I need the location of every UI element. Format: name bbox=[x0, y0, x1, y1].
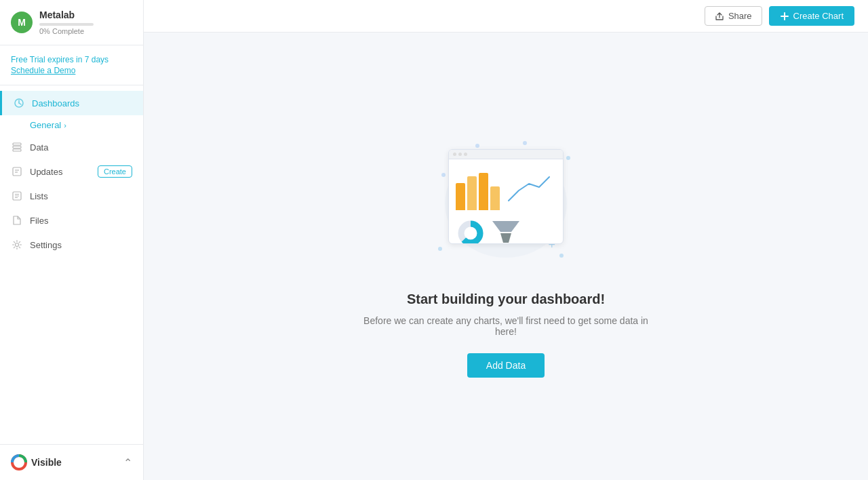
funnel-chart-svg bbox=[491, 218, 521, 244]
bar-chart bbox=[456, 166, 500, 210]
svg-marker-17 bbox=[492, 221, 519, 232]
deco-dot-4 bbox=[566, 156, 570, 160]
sidebar-item-updates[interactable]: Updates Create bbox=[0, 159, 143, 184]
updates-create-button[interactable]: Create bbox=[98, 165, 132, 178]
sidebar-item-dashboards[interactable]: Dashboards bbox=[0, 91, 143, 115]
settings-icon bbox=[11, 239, 23, 251]
dashboard-illustration: + bbox=[428, 136, 584, 271]
sidebar-item-updates-label: Updates bbox=[30, 167, 62, 177]
create-chart-label: Create Chart bbox=[793, 11, 844, 21]
window-dot-1 bbox=[453, 153, 456, 156]
svg-rect-2 bbox=[13, 146, 21, 148]
sidebar-item-general[interactable]: General › bbox=[0, 115, 143, 135]
sidebar-item-lists-label: Lists bbox=[30, 191, 48, 201]
donut-chart-svg bbox=[456, 218, 486, 244]
window-titlebar bbox=[449, 150, 563, 159]
updates-icon bbox=[11, 165, 23, 178]
data-icon bbox=[11, 141, 23, 153]
sidebar-item-data[interactable]: Data bbox=[0, 135, 143, 159]
visible-logo: Visible bbox=[11, 454, 62, 471]
svg-rect-1 bbox=[13, 143, 21, 145]
share-icon bbox=[715, 12, 724, 21]
main-content: Share Create Chart + bbox=[144, 0, 868, 480]
svg-point-11 bbox=[16, 243, 19, 247]
window-dot-2 bbox=[458, 153, 462, 156]
nav-section: Dashboards General › Data bbox=[0, 85, 143, 444]
avatar: M bbox=[11, 12, 33, 33]
collapse-sidebar-button[interactable]: ⌃ bbox=[123, 456, 132, 469]
window-chart-area bbox=[449, 159, 563, 243]
sidebar-item-settings[interactable]: Settings bbox=[0, 233, 143, 257]
bar-4 bbox=[490, 186, 500, 210]
deco-dot-3 bbox=[441, 173, 446, 177]
bar-1 bbox=[456, 183, 465, 210]
empty-state-description: Before we can create any charts, we'll f… bbox=[363, 315, 648, 337]
dashboards-icon bbox=[13, 97, 25, 109]
trial-text: Free Trial expires in 7 days bbox=[11, 55, 132, 64]
sidebar-item-data-label: Data bbox=[30, 142, 48, 153]
company-info: Metalab 0% Complete bbox=[39, 9, 132, 35]
empty-state-title: Start building your dashboard! bbox=[407, 292, 605, 307]
sidebar-item-lists[interactable]: Lists bbox=[0, 184, 143, 208]
sidebar-item-dashboards-label: Dashboards bbox=[32, 98, 79, 108]
illustration-window bbox=[448, 149, 564, 244]
svg-rect-3 bbox=[13, 149, 21, 151]
trial-banner: Free Trial expires in 7 days Schedule a … bbox=[0, 45, 143, 85]
bar-3 bbox=[479, 173, 488, 210]
visible-brand-name: Visible bbox=[31, 457, 62, 468]
share-button[interactable]: Share bbox=[705, 6, 762, 26]
share-label: Share bbox=[728, 11, 752, 21]
add-data-button[interactable]: Add Data bbox=[467, 353, 545, 378]
schedule-demo-link[interactable]: Schedule a Demo bbox=[11, 66, 132, 75]
window-dot-3 bbox=[464, 153, 467, 156]
create-chart-button[interactable]: Create Chart bbox=[769, 6, 854, 26]
donut-chart bbox=[456, 218, 486, 244]
company-name: Metalab bbox=[39, 9, 132, 20]
sidebar-footer: Visible ⌃ bbox=[0, 444, 143, 480]
sidebar: M Metalab 0% Complete Free Trial expires… bbox=[0, 0, 144, 480]
svg-rect-4 bbox=[13, 167, 21, 176]
svg-marker-18 bbox=[500, 233, 511, 243]
visible-brand-icon bbox=[11, 454, 27, 471]
lists-icon bbox=[11, 190, 23, 202]
sidebar-item-files-label: Files bbox=[30, 216, 48, 226]
deco-dot-2 bbox=[523, 141, 527, 145]
chevron-right-icon: › bbox=[64, 121, 66, 129]
plus-icon bbox=[780, 12, 789, 21]
progress-bar-container bbox=[39, 23, 94, 26]
empty-state: + bbox=[144, 33, 868, 480]
line-chart-svg bbox=[505, 170, 553, 207]
progress-label: 0% Complete bbox=[39, 27, 132, 35]
bar-2 bbox=[467, 176, 477, 210]
sidebar-item-files[interactable]: Files bbox=[0, 208, 143, 233]
sidebar-item-settings-label: Settings bbox=[30, 240, 62, 250]
deco-dot-5 bbox=[438, 247, 442, 251]
files-icon bbox=[11, 214, 23, 226]
topbar: Share Create Chart bbox=[144, 0, 868, 33]
deco-dot-1 bbox=[475, 144, 479, 148]
funnel-chart bbox=[491, 218, 521, 244]
line-chart bbox=[505, 166, 556, 210]
sidebar-header: M Metalab 0% Complete bbox=[0, 0, 143, 45]
sidebar-item-general-label: General bbox=[30, 120, 61, 130]
deco-dot-6 bbox=[559, 254, 564, 258]
